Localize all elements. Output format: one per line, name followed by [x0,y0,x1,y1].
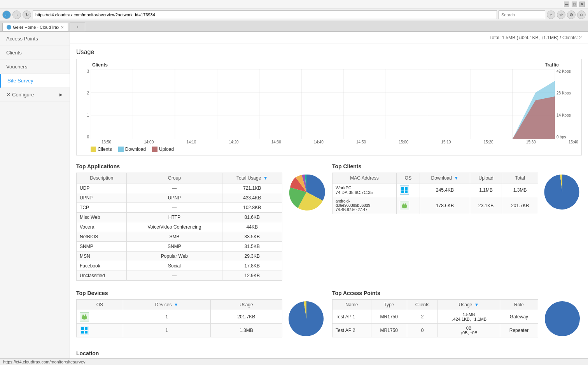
ap-clients-1: 2 [407,310,438,324]
app-usage-9: 17.8KB [222,261,282,271]
devices-table-wrapper: OS Devices ▼ Usage [76,299,282,337]
svg-rect-20 [401,190,404,193]
back-button[interactable]: ← [2,10,11,19]
app-usage-1: 721.1KB [222,183,282,193]
home-button[interactable]: ⌂ [547,10,555,19]
device-count-2: 1 [123,324,210,337]
configure-arrow-icon: ► [58,92,63,98]
location-title: Location [76,350,582,356]
svg-rect-18 [401,187,404,190]
minimize-button[interactable]: — [564,2,569,7]
legend-clients-label: Clients [98,147,112,152]
app-row-1: UDP — 721.1KB [77,183,282,193]
device-android-icon [80,312,89,321]
app-group-2: UPNP [127,193,222,203]
col-usage-devices: Usage [210,300,282,310]
top-devices-section: Top Devices OS Devices ▼ Usage [76,290,326,339]
svg-point-36 [545,301,580,336]
app-desc-7: SNMP [77,242,127,251]
app-usage-4: 81.6KB [222,213,282,222]
device-row-2: 1 1.3MB [77,324,282,337]
sidebar-item-clients[interactable]: Clients [0,46,70,60]
legend-download: Download [118,147,146,152]
maximize-button[interactable]: □ [572,2,577,7]
user-button[interactable]: ☺ [577,10,586,19]
legend-download-color [118,147,124,152]
status-url: https://ct4.cloudtrax.com/monitor/sitesu… [3,360,86,364]
y-axis-right: 42 Kbps 28 Kbps 14 Kbps 0 bps [555,69,578,139]
main-content: Total: 1.5MB (↓424.1KB, ↑1.1MB) / Client… [70,32,588,358]
clients-pie [543,173,582,213]
app-desc-4: Misc Web [77,213,127,222]
app-usage-3: 102.8KB [222,203,282,213]
sort-usage-icon[interactable]: ▼ [263,175,268,181]
app-desc-9: Facebook [77,261,127,271]
usage-chart: Clients Traffic 3 2 1 0 [76,59,582,155]
chart-header-clients: Clients [92,62,108,68]
sidebar-item-vouchers[interactable]: Vouchers [0,60,70,74]
client-mac-2: android-d06e960389b368d978:4B:87:50:27:4… [332,197,397,214]
forward-button[interactable]: → [12,10,21,19]
close-button[interactable]: ✕ [579,2,585,7]
top-applications-content: Description Group Total Usage ▼ UDP — 72… [76,173,326,281]
device-count-1: 1 [123,310,210,324]
search-box[interactable] [499,10,545,19]
app-group-4: HTTP [127,213,222,222]
top-devices-content: OS Devices ▼ Usage [76,299,326,339]
svg-rect-32 [81,327,84,330]
top-ap-title: Top Access Points [332,290,582,296]
applications-table: Description Group Total Usage ▼ UDP — 72… [76,173,282,281]
top-access-points-section: Top Access Points Name Type Clients Usag… [332,290,582,339]
legend-clients-color [91,147,96,152]
svg-line-31 [86,314,86,315]
client-os-1 [396,183,420,197]
settings-button[interactable]: ⚙ [567,10,576,19]
sort-download-icon[interactable]: ▼ [454,175,458,181]
top-ap-content: Name Type Clients Usage ▼ Role Test AP 1 [332,299,582,339]
sidebar-label-clients: Clients [6,50,22,56]
two-col-section: Top Applications Description Group Total… [70,160,588,284]
app-desc-1: UDP [77,183,127,193]
svg-point-27 [82,316,87,320]
chart-header-traffic: Traffic [545,62,559,68]
sidebar-item-access-points[interactable]: Access Points [0,32,70,46]
legend-upload: Upload [152,147,174,152]
top-clients-section: Top Clients MAC Address OS Download ▼ Up… [332,163,582,281]
sort-devices-icon[interactable]: ▼ [174,302,178,307]
device-usage-2: 1.3MB [210,324,282,337]
client-download-1: 245.4KB [420,183,470,197]
app-group-8: Popular Web [127,251,222,261]
sidebar-label-access-points: Access Points [6,36,38,42]
sidebar-item-site-survey[interactable]: Site Survey [0,74,70,88]
usage-section: Usage Clients Traffic 3 2 1 0 [70,44,588,160]
favorites-button[interactable]: ☆ [557,10,565,19]
col-os-devices: OS [77,300,123,310]
device-usage-1: 201.7KB [210,310,282,324]
app-desc-6: NetBIOS [77,232,127,242]
col-mac: MAC Address [332,173,397,183]
sidebar-item-configure[interactable]: ✕ Configure ► [0,88,70,102]
col-ap-role: Role [500,300,538,310]
ap-clients-2: 0 [407,324,438,337]
applications-table-wrapper: Description Group Total Usage ▼ UDP — 72… [76,173,282,281]
tab-close-button[interactable]: ✕ [61,25,64,30]
ap-table-wrapper: Name Type Clients Usage ▼ Role Test AP 1 [332,299,538,337]
app-usage-7: 31.5KB [222,242,282,251]
new-tab-button[interactable]: + [70,23,85,31]
app-group-9: Social [127,261,222,271]
svg-rect-35 [85,331,88,334]
col-description: Description [77,173,127,183]
sort-ap-usage-icon[interactable]: ▼ [474,302,479,307]
tab-favicon [7,25,11,30]
col-upload: Upload [470,173,502,183]
refresh-button[interactable]: ↻ [23,10,31,19]
device-windows-icon [80,326,89,335]
clients-table: MAC Address OS Download ▼ Upload Total W… [332,173,538,214]
browser-tab[interactable]: Geier Home - CloudTrax ✕ [2,23,68,31]
clients-table-wrapper: MAC Address OS Download ▼ Upload Total W… [332,173,538,214]
devices-pie [287,299,326,339]
address-bar[interactable] [33,10,497,19]
col-devices: Devices ▼ [123,300,210,310]
app-desc-3: TCP [77,203,127,213]
client-download-2: 178.6KB [420,197,470,214]
